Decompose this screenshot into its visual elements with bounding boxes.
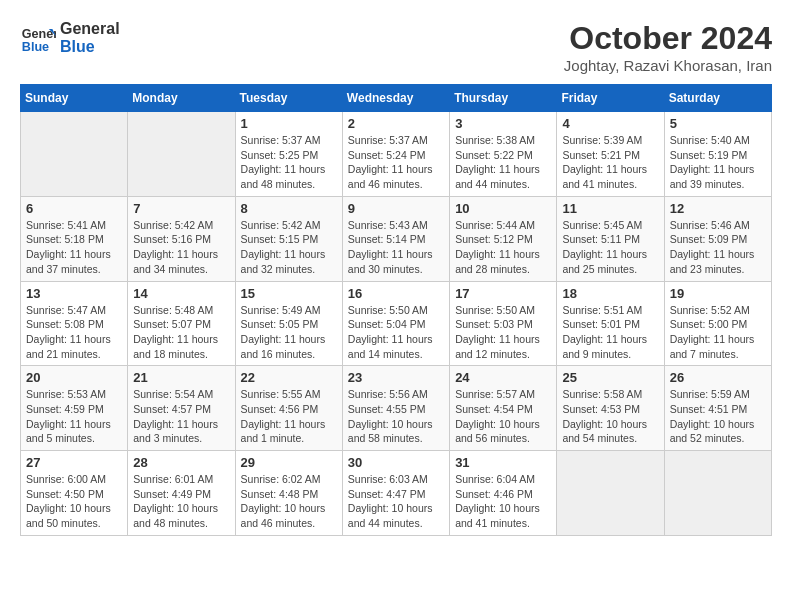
day-number: 24 xyxy=(455,370,551,385)
day-number: 2 xyxy=(348,116,444,131)
day-number: 17 xyxy=(455,286,551,301)
calendar-cell: 27Sunrise: 6:00 AMSunset: 4:50 PMDayligh… xyxy=(21,451,128,536)
weekday-header-row: SundayMondayTuesdayWednesdayThursdayFrid… xyxy=(21,85,772,112)
calendar-cell: 19Sunrise: 5:52 AMSunset: 5:00 PMDayligh… xyxy=(664,281,771,366)
calendar-cell: 3Sunrise: 5:38 AMSunset: 5:22 PMDaylight… xyxy=(450,112,557,197)
calendar-cell: 24Sunrise: 5:57 AMSunset: 4:54 PMDayligh… xyxy=(450,366,557,451)
day-info: Sunrise: 5:52 AMSunset: 5:00 PMDaylight:… xyxy=(670,303,766,362)
day-number: 23 xyxy=(348,370,444,385)
calendar-cell: 9Sunrise: 5:43 AMSunset: 5:14 PMDaylight… xyxy=(342,196,449,281)
logo: General Blue General Blue xyxy=(20,20,120,56)
day-info: Sunrise: 5:56 AMSunset: 4:55 PMDaylight:… xyxy=(348,387,444,446)
calendar-cell: 25Sunrise: 5:58 AMSunset: 4:53 PMDayligh… xyxy=(557,366,664,451)
day-number: 14 xyxy=(133,286,229,301)
calendar-cell: 13Sunrise: 5:47 AMSunset: 5:08 PMDayligh… xyxy=(21,281,128,366)
weekday-header-tuesday: Tuesday xyxy=(235,85,342,112)
calendar-cell: 10Sunrise: 5:44 AMSunset: 5:12 PMDayligh… xyxy=(450,196,557,281)
day-info: Sunrise: 5:37 AMSunset: 5:24 PMDaylight:… xyxy=(348,133,444,192)
calendar-week-3: 13Sunrise: 5:47 AMSunset: 5:08 PMDayligh… xyxy=(21,281,772,366)
calendar-cell: 20Sunrise: 5:53 AMSunset: 4:59 PMDayligh… xyxy=(21,366,128,451)
day-info: Sunrise: 6:04 AMSunset: 4:46 PMDaylight:… xyxy=(455,472,551,531)
weekday-header-saturday: Saturday xyxy=(664,85,771,112)
day-number: 30 xyxy=(348,455,444,470)
calendar-week-1: 1Sunrise: 5:37 AMSunset: 5:25 PMDaylight… xyxy=(21,112,772,197)
day-info: Sunrise: 6:00 AMSunset: 4:50 PMDaylight:… xyxy=(26,472,122,531)
day-number: 18 xyxy=(562,286,658,301)
day-number: 12 xyxy=(670,201,766,216)
day-info: Sunrise: 5:51 AMSunset: 5:01 PMDaylight:… xyxy=(562,303,658,362)
day-info: Sunrise: 5:38 AMSunset: 5:22 PMDaylight:… xyxy=(455,133,551,192)
day-info: Sunrise: 6:03 AMSunset: 4:47 PMDaylight:… xyxy=(348,472,444,531)
day-info: Sunrise: 5:42 AMSunset: 5:15 PMDaylight:… xyxy=(241,218,337,277)
day-info: Sunrise: 5:44 AMSunset: 5:12 PMDaylight:… xyxy=(455,218,551,277)
day-number: 3 xyxy=(455,116,551,131)
day-number: 20 xyxy=(26,370,122,385)
calendar-week-4: 20Sunrise: 5:53 AMSunset: 4:59 PMDayligh… xyxy=(21,366,772,451)
day-info: Sunrise: 5:50 AMSunset: 5:04 PMDaylight:… xyxy=(348,303,444,362)
weekday-header-sunday: Sunday xyxy=(21,85,128,112)
day-number: 11 xyxy=(562,201,658,216)
day-number: 31 xyxy=(455,455,551,470)
day-number: 9 xyxy=(348,201,444,216)
calendar-week-5: 27Sunrise: 6:00 AMSunset: 4:50 PMDayligh… xyxy=(21,451,772,536)
calendar-cell: 17Sunrise: 5:50 AMSunset: 5:03 PMDayligh… xyxy=(450,281,557,366)
day-info: Sunrise: 6:02 AMSunset: 4:48 PMDaylight:… xyxy=(241,472,337,531)
day-info: Sunrise: 5:49 AMSunset: 5:05 PMDaylight:… xyxy=(241,303,337,362)
calendar-cell: 31Sunrise: 6:04 AMSunset: 4:46 PMDayligh… xyxy=(450,451,557,536)
day-info: Sunrise: 5:53 AMSunset: 4:59 PMDaylight:… xyxy=(26,387,122,446)
svg-text:Blue: Blue xyxy=(22,40,49,54)
calendar-cell: 22Sunrise: 5:55 AMSunset: 4:56 PMDayligh… xyxy=(235,366,342,451)
day-info: Sunrise: 5:58 AMSunset: 4:53 PMDaylight:… xyxy=(562,387,658,446)
calendar-cell: 23Sunrise: 5:56 AMSunset: 4:55 PMDayligh… xyxy=(342,366,449,451)
day-number: 22 xyxy=(241,370,337,385)
day-info: Sunrise: 5:47 AMSunset: 5:08 PMDaylight:… xyxy=(26,303,122,362)
day-number: 6 xyxy=(26,201,122,216)
day-number: 28 xyxy=(133,455,229,470)
day-info: Sunrise: 5:40 AMSunset: 5:19 PMDaylight:… xyxy=(670,133,766,192)
day-number: 16 xyxy=(348,286,444,301)
day-info: Sunrise: 5:37 AMSunset: 5:25 PMDaylight:… xyxy=(241,133,337,192)
day-number: 7 xyxy=(133,201,229,216)
weekday-header-monday: Monday xyxy=(128,85,235,112)
day-info: Sunrise: 5:55 AMSunset: 4:56 PMDaylight:… xyxy=(241,387,337,446)
calendar-cell: 14Sunrise: 5:48 AMSunset: 5:07 PMDayligh… xyxy=(128,281,235,366)
day-number: 10 xyxy=(455,201,551,216)
day-number: 29 xyxy=(241,455,337,470)
day-info: Sunrise: 5:59 AMSunset: 4:51 PMDaylight:… xyxy=(670,387,766,446)
logo-icon: General Blue xyxy=(20,20,56,56)
calendar-cell: 26Sunrise: 5:59 AMSunset: 4:51 PMDayligh… xyxy=(664,366,771,451)
day-info: Sunrise: 6:01 AMSunset: 4:49 PMDaylight:… xyxy=(133,472,229,531)
calendar-cell: 30Sunrise: 6:03 AMSunset: 4:47 PMDayligh… xyxy=(342,451,449,536)
day-info: Sunrise: 5:57 AMSunset: 4:54 PMDaylight:… xyxy=(455,387,551,446)
calendar-cell: 18Sunrise: 5:51 AMSunset: 5:01 PMDayligh… xyxy=(557,281,664,366)
logo-blue: Blue xyxy=(60,38,120,56)
page-header: General Blue General Blue October 2024 J… xyxy=(20,20,772,74)
day-info: Sunrise: 5:48 AMSunset: 5:07 PMDaylight:… xyxy=(133,303,229,362)
calendar-cell: 21Sunrise: 5:54 AMSunset: 4:57 PMDayligh… xyxy=(128,366,235,451)
calendar-cell xyxy=(557,451,664,536)
calendar-cell xyxy=(21,112,128,197)
day-number: 4 xyxy=(562,116,658,131)
day-number: 13 xyxy=(26,286,122,301)
title-area: October 2024 Joghtay, Razavi Khorasan, I… xyxy=(564,20,772,74)
day-info: Sunrise: 5:39 AMSunset: 5:21 PMDaylight:… xyxy=(562,133,658,192)
day-number: 1 xyxy=(241,116,337,131)
day-info: Sunrise: 5:41 AMSunset: 5:18 PMDaylight:… xyxy=(26,218,122,277)
day-info: Sunrise: 5:45 AMSunset: 5:11 PMDaylight:… xyxy=(562,218,658,277)
calendar-cell: 12Sunrise: 5:46 AMSunset: 5:09 PMDayligh… xyxy=(664,196,771,281)
calendar-cell xyxy=(128,112,235,197)
calendar-cell: 16Sunrise: 5:50 AMSunset: 5:04 PMDayligh… xyxy=(342,281,449,366)
day-number: 25 xyxy=(562,370,658,385)
weekday-header-wednesday: Wednesday xyxy=(342,85,449,112)
day-info: Sunrise: 5:43 AMSunset: 5:14 PMDaylight:… xyxy=(348,218,444,277)
day-number: 8 xyxy=(241,201,337,216)
calendar-cell: 7Sunrise: 5:42 AMSunset: 5:16 PMDaylight… xyxy=(128,196,235,281)
month-title: October 2024 xyxy=(564,20,772,57)
day-number: 27 xyxy=(26,455,122,470)
day-number: 15 xyxy=(241,286,337,301)
calendar-cell: 2Sunrise: 5:37 AMSunset: 5:24 PMDaylight… xyxy=(342,112,449,197)
location: Joghtay, Razavi Khorasan, Iran xyxy=(564,57,772,74)
calendar-cell xyxy=(664,451,771,536)
day-number: 19 xyxy=(670,286,766,301)
day-number: 21 xyxy=(133,370,229,385)
